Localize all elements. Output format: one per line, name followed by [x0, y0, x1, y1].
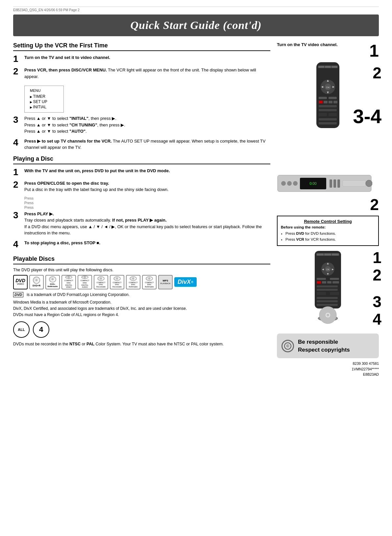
disc-icon-cd-digital-audio: COMPACTDISCDIGITAL AUDIO — [78, 275, 92, 289]
svg-rect-3 — [325, 66, 331, 68]
svg-point-27 — [293, 181, 298, 186]
svg-rect-49 — [317, 281, 321, 283]
vcr-step-4-text: Press ▶ to set up TV channels for the VC… — [24, 138, 270, 151]
press-label-3: Press — [24, 205, 270, 209]
footnote-region: DVDs must have a Region Code of ALL regi… — [13, 312, 270, 318]
right-step1-bottom: 1 — [373, 249, 381, 267]
product-code-3: E8B23AD — [277, 372, 379, 377]
playable-discs-title: Playable Discs — [13, 255, 270, 264]
svg-rect-21 — [329, 113, 337, 116]
svg-rect-33 — [343, 180, 366, 186]
svg-rect-59 — [317, 304, 338, 306]
svg-rect-54 — [317, 289, 338, 291]
vcr-step-2: 2 Press VCR, then press DISC/VCR MENU. T… — [13, 67, 270, 80]
press-label-2: Press — [24, 201, 270, 205]
responsible-icon: © — [282, 340, 294, 352]
right-step2-area: 2 — [277, 196, 379, 214]
disc-step-2: 2 Press OPEN/CLOSE to open the disc tray… — [13, 180, 270, 193]
svg-rect-53 — [317, 285, 338, 287]
title-bar: Quick Start Guide (cont'd) — [13, 14, 379, 36]
region-4-logo: 4 — [33, 321, 49, 338]
svg-text:▲: ▲ — [327, 262, 330, 265]
disc-icon-dvdplusrw: DVD+ReWritable — [45, 275, 60, 289]
svg-text:OK: OK — [326, 86, 330, 89]
region-all-logo: ALL — [13, 321, 30, 338]
right-step3-label: 3 — [373, 293, 381, 311]
disc-icons-row: DVD VIDEO DVD+R DVD+ReWritable COMPACTDI… — [13, 275, 270, 289]
svg-point-26 — [287, 181, 292, 186]
remote-area: 2 3-4 OK ▲ — [277, 61, 379, 173]
vcr-unit-illustration: 0:00 — [277, 174, 379, 194]
right-column: Turn on the TV video channel. 1 2 3-4 — [277, 42, 379, 377]
dvd-trademark-logo: DVD — [13, 292, 23, 297]
playable-discs-subtitle: The DVD player of this unit will play th… — [13, 268, 270, 272]
disc-step-3: 3 Press PLAY ▶. Tray closes and playback… — [13, 211, 270, 236]
disc-step-2-num: 2 — [13, 180, 22, 189]
remote-setting-item-1: Press DVD for DVD functions. — [285, 230, 375, 236]
vcr-step-4: 4 Press ▶ to set up TV channels for the … — [13, 138, 270, 151]
disc-step-2-text: Press OPEN/CLOSE to open the disc tray. … — [24, 180, 169, 193]
disc-step-1-num: 1 — [13, 168, 22, 177]
dvd-trademark-line: DVD is a trademark of DVD Format/Logo Li… — [13, 292, 270, 297]
right-bottom-steps: 1 2 — [373, 249, 381, 284]
disc-icon-divx: DivX ® — [174, 277, 197, 287]
svg-rect-31 — [333, 179, 336, 188]
press-label-1: Press — [24, 196, 270, 200]
left-column: Setting Up the VCR the First Time 1 Turn… — [13, 42, 270, 377]
right-step1-block: Turn on the TV video channel. 1 — [277, 42, 379, 59]
disc-icon-cd-rewritable-1: COMPACTDISCReWritable — [126, 275, 140, 289]
svg-rect-50 — [322, 281, 326, 283]
vcr-step-4-num: 4 — [13, 138, 22, 147]
menu-item-initial: INITIAL — [30, 104, 58, 110]
product-codes: 8239 300 47581 1VMN22794***** E8B23AD — [277, 361, 379, 377]
svg-rect-48 — [330, 278, 339, 280]
right-step2-final-label: 2 — [373, 267, 381, 284]
vcr-step-2-num: 2 — [13, 67, 22, 76]
svg-text:▲: ▲ — [326, 79, 330, 82]
menu-display-box: MENU TIMER SET UP INITIAL — [24, 86, 64, 113]
vcr-unit-svg: 0:00 — [277, 174, 372, 193]
right-step4-label: 4 — [373, 311, 381, 328]
vcr-step-1-num: 1 — [13, 54, 22, 64]
disc-step-1-text: With the TV and the unit on, press DVD t… — [24, 168, 170, 174]
disc-step-4-num: 4 — [13, 240, 22, 249]
header-text: E8B23AD_QSG_EN 4/26/06 6:59 PM Page 2 — [13, 8, 80, 12]
right-step1-text: Turn on the TV video channel. — [277, 42, 338, 47]
right-step1-desc: Turn on the TV video channel. — [277, 42, 367, 47]
vcr-section-title: Setting Up the VCR the First Time — [13, 42, 270, 51]
disc-step-3-num: 3 — [13, 211, 22, 220]
right-bottom-steps-34: 3 4 — [373, 293, 381, 328]
vcr-section: Setting Up the VCR the First Time 1 Turn… — [13, 42, 270, 151]
right-step1-num: 1 — [369, 42, 379, 59]
svg-rect-4 — [331, 66, 337, 68]
disc-icon-cd-rewritable-2: COMPACTDISCReWritable — [142, 275, 157, 289]
top-remote-illustration: 2 3-4 OK ▲ — [277, 61, 379, 173]
be-responsible-badge: © Be responsible Respect copyrights — [277, 334, 379, 359]
vcr-step-2-text: Press VCR, then press DISC/VCR MENU. The… — [24, 67, 270, 80]
badge-line1: Be responsible — [298, 338, 350, 346]
svg-rect-17 — [333, 101, 337, 103]
remote-setting-list: Press DVD for DVD functions. Press VCR f… — [281, 230, 375, 243]
disc-icon-cd-recordable-2: COMPACTDISCRecordable — [110, 275, 124, 289]
copyright-icon: © — [284, 342, 292, 350]
svg-rect-13 — [329, 97, 337, 99]
svg-rect-15 — [324, 101, 328, 103]
svg-rect-57 — [317, 297, 338, 299]
product-code-2: 1VMN22794***** — [277, 366, 379, 372]
svg-rect-2 — [318, 66, 324, 68]
region-logos: ALL 4 — [13, 321, 270, 338]
right-step2-bottom-label: 2 — [370, 196, 379, 214]
svg-rect-47 — [317, 278, 326, 280]
remote-svg: OK ▲ ▼ ◄ ► — [298, 61, 357, 173]
svg-rect-51 — [327, 281, 331, 283]
remote-setting-subtitle: Before using the remote: — [281, 225, 326, 229]
bottom-remote-svg: OK ▲ ▼ ◄ ► — [305, 249, 351, 328]
svg-text:0:00: 0:00 — [309, 181, 316, 185]
svg-rect-16 — [329, 101, 332, 103]
svg-rect-52 — [332, 281, 339, 283]
svg-rect-18 — [319, 105, 337, 107]
vcr-step-1: 1 Turn on the TV and set it to video cha… — [13, 54, 270, 64]
disc-step-4: 4 To stop playing a disc, press STOP ■. — [13, 240, 270, 249]
svg-rect-37 — [317, 254, 324, 255]
svg-rect-55 — [317, 292, 326, 295]
